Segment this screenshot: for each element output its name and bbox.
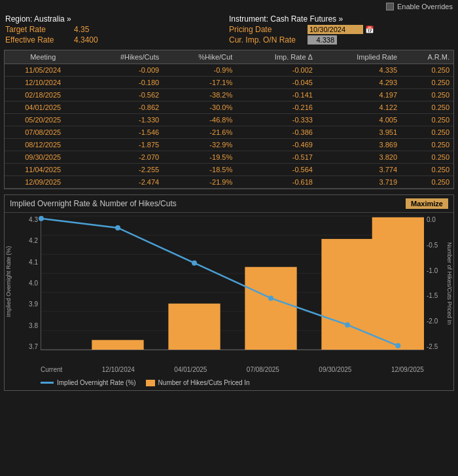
table-cell: 0.250 bbox=[401, 114, 453, 126]
table-cell: -0.386 bbox=[236, 126, 317, 139]
col-pct-hike: %Hike/Cut bbox=[163, 50, 236, 64]
table-cell: -0.517 bbox=[236, 151, 317, 164]
maximize-button[interactable]: Maximize bbox=[406, 198, 448, 209]
calendar-icon[interactable]: 📅 bbox=[365, 26, 374, 34]
table-row: 08/12/2025-1.875-32.9%-0.4693.8690.250 bbox=[5, 139, 453, 151]
target-rate-row: Target Rate 4.35 bbox=[5, 25, 229, 34]
table-cell: -2.474 bbox=[81, 176, 163, 189]
table-cell: 0.250 bbox=[401, 77, 453, 89]
enable-overrides-checkbox[interactable] bbox=[386, 3, 394, 10]
instrument-title[interactable]: Instrument: Cash Rate Futures » bbox=[229, 14, 453, 24]
table-cell: 4.293 bbox=[317, 77, 401, 89]
y-right-0.0: 0.0 bbox=[427, 216, 436, 223]
table-cell: 0.250 bbox=[401, 126, 453, 139]
table-cell: 0.250 bbox=[401, 101, 453, 114]
table-cell: 12/10/2024 bbox=[5, 77, 81, 89]
table-cell: -0.562 bbox=[81, 89, 163, 101]
effective-rate-row: Effective Rate 4.3400 bbox=[5, 35, 229, 45]
table-row: 09/30/2025-2.070-19.5%-0.5173.8200.250 bbox=[5, 151, 453, 164]
table-cell: 05/20/2025 bbox=[5, 114, 81, 126]
col-hikes: #Hikes/Cuts bbox=[81, 50, 163, 64]
table-cell: -0.564 bbox=[236, 164, 317, 176]
line-dot-4 bbox=[345, 322, 350, 327]
chart-title: Implied Overnight Rate & Number of Hikes… bbox=[10, 199, 177, 208]
top-bar: Enable Overrides bbox=[0, 0, 458, 13]
table-cell: 09/30/2025 bbox=[5, 151, 81, 164]
table-cell: 04/01/2025 bbox=[5, 101, 81, 114]
pricing-date-row: Pricing Date 📅 bbox=[229, 25, 453, 34]
y-right-1.0: -1.0 bbox=[427, 267, 438, 274]
table-cell: -19.5% bbox=[163, 151, 236, 164]
y-left-4.2: 4.2 bbox=[29, 237, 38, 244]
table-cell: -1.330 bbox=[81, 114, 163, 126]
bar-3 bbox=[245, 267, 296, 350]
cur-imp-value: 4.338 bbox=[308, 35, 337, 45]
x-label-jul2025: 07/08/2025 bbox=[247, 366, 279, 373]
col-implied-rate: Implied Rate bbox=[317, 50, 401, 64]
table-cell: 0.250 bbox=[401, 151, 453, 164]
table-cell: -2.070 bbox=[81, 151, 163, 164]
legend-bar-item: Number of Hikes/Cuts Priced In bbox=[146, 379, 250, 386]
table-cell: 07/08/2025 bbox=[5, 126, 81, 139]
table-cell: -21.9% bbox=[163, 176, 236, 189]
table-cell: 11/05/2024 bbox=[5, 64, 81, 77]
table-cell: 3.719 bbox=[317, 176, 401, 189]
x-label-dec2024: 12/10/2024 bbox=[102, 366, 135, 373]
table-cell: 0.250 bbox=[401, 164, 453, 176]
table-cell: -46.8% bbox=[163, 114, 236, 126]
table-row: 04/01/2025-0.862-30.0%-0.2164.1220.250 bbox=[5, 101, 453, 114]
table-cell: -18.5% bbox=[163, 164, 236, 176]
chart-area: 4.3 4.2 4.1 4.0 3.9 3.8 3.7 bbox=[5, 213, 453, 376]
effective-rate-value: 4.3400 bbox=[74, 35, 98, 45]
y-axis-right-title: Number of Hikes/Cuts Priced In bbox=[446, 242, 453, 321]
region-left: Region: Australia » Target Rate 4.35 Eff… bbox=[5, 14, 229, 46]
region-section: Region: Australia » Target Rate 4.35 Eff… bbox=[0, 13, 458, 50]
table-row: 11/04/2025-2.255-18.5%-0.5643.7740.250 bbox=[5, 164, 453, 176]
y-left-3.8: 3.8 bbox=[29, 322, 38, 329]
enable-overrides-container: Enable Overrides bbox=[386, 3, 453, 10]
effective-rate-label: Effective Rate bbox=[5, 35, 74, 45]
table-cell: -0.216 bbox=[236, 101, 317, 114]
table-cell: 12/09/2025 bbox=[5, 176, 81, 189]
x-label-dec2025: 12/09/2025 bbox=[391, 366, 424, 373]
y-left-3.7: 3.7 bbox=[29, 343, 38, 350]
chart-inner bbox=[41, 216, 424, 350]
legend-line-color bbox=[41, 382, 54, 384]
legend-line-label: Implied Overnight Rate (%) bbox=[57, 379, 136, 386]
table-cell: 02/18/2025 bbox=[5, 89, 81, 101]
table-row: 12/10/2024-0.180-17.1%-0.0454.2930.250 bbox=[5, 77, 453, 89]
cur-imp-row: Cur. Imp. O/N Rate 4.338 bbox=[229, 35, 453, 45]
target-rate-value: 4.35 bbox=[74, 25, 89, 34]
table-cell: 08/12/2025 bbox=[5, 139, 81, 151]
table-cell: -0.002 bbox=[236, 64, 317, 77]
table-row: 11/05/2024-0.009-0.9%-0.0024.3350.250 bbox=[5, 64, 453, 77]
y-left-4.3: 4.3 bbox=[29, 216, 38, 223]
chart-legend: Implied Overnight Rate (%) Number of Hik… bbox=[5, 376, 453, 390]
table-cell: -17.1% bbox=[163, 77, 236, 89]
table-row: 02/18/2025-0.562-38.2%-0.1414.1970.250 bbox=[5, 89, 453, 101]
region-title[interactable]: Region: Australia » bbox=[5, 14, 229, 24]
table-row: 07/08/2025-1.546-21.6%-0.3863.9510.250 bbox=[5, 126, 453, 139]
table-cell: -0.333 bbox=[236, 114, 317, 126]
legend-line-item: Implied Overnight Rate (%) bbox=[41, 379, 136, 386]
line-dot-0 bbox=[39, 216, 44, 221]
table-cell: 0.250 bbox=[401, 176, 453, 189]
table-cell: -32.9% bbox=[163, 139, 236, 151]
y-left-4.0: 4.0 bbox=[29, 280, 38, 287]
y-title-right-container: Number of Hikes/Cuts Priced In bbox=[446, 213, 453, 350]
table-row: 05/20/2025-1.330-46.8%-0.3334.0050.250 bbox=[5, 114, 453, 126]
region-right: Instrument: Cash Rate Futures » Pricing … bbox=[229, 14, 453, 46]
x-label-sep2025: 09/30/2025 bbox=[319, 366, 351, 373]
table-cell: -0.180 bbox=[81, 77, 163, 89]
table-cell: 4.335 bbox=[317, 64, 401, 77]
col-imp-rate-delta: Imp. Rate Δ bbox=[236, 50, 317, 64]
chart-header: Implied Overnight Rate & Number of Hikes… bbox=[5, 195, 453, 213]
chart-section: Implied Overnight Rate & Number of Hikes… bbox=[4, 194, 454, 391]
line-dot-5 bbox=[395, 343, 400, 348]
table-cell: 0.250 bbox=[401, 89, 453, 101]
bar-2 bbox=[168, 304, 220, 350]
pricing-date-input[interactable] bbox=[308, 25, 363, 34]
legend-bar-color bbox=[146, 380, 155, 386]
table-cell: -0.141 bbox=[236, 89, 317, 101]
data-table-container: Meeting #Hikes/Cuts %Hike/Cut Imp. Rate … bbox=[4, 50, 454, 189]
